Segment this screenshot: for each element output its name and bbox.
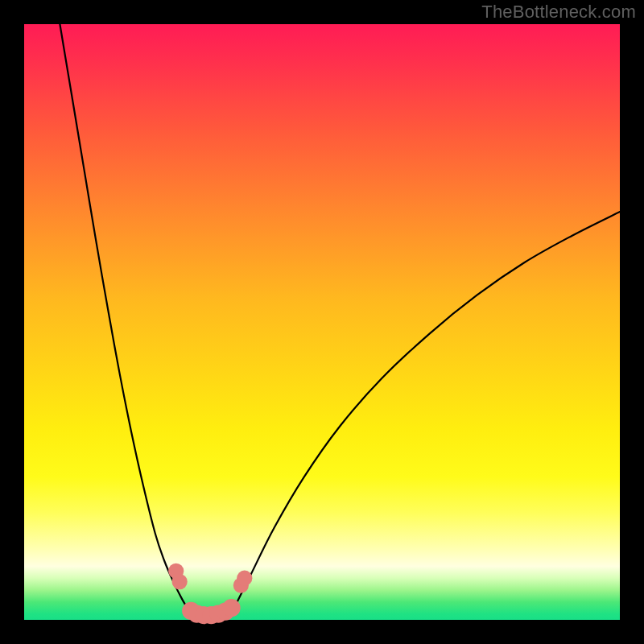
data-marker	[172, 574, 188, 589]
data-marker	[237, 571, 252, 586]
curve-left-branch	[60, 24, 191, 614]
plot-area	[24, 24, 620, 620]
marker-group	[168, 564, 252, 624]
data-marker	[222, 599, 240, 617]
chart-stage: TheBottleneck.com	[0, 0, 644, 644]
watermark-text: TheBottleneck.com	[481, 2, 636, 23]
curve-layer	[24, 24, 620, 620]
curve-right-branch	[236, 212, 620, 605]
